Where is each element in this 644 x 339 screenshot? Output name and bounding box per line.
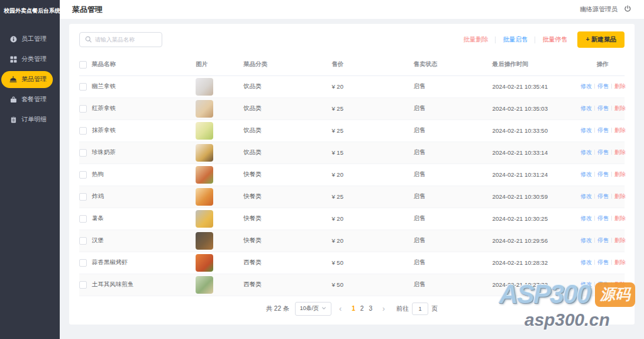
table-row: 珍珠奶茶 饮品类 ¥ 15 启售 2024-02-21 10:33:14 修改停… <box>79 142 625 164</box>
table-row: 汉堡 快餐类 ¥ 20 启售 2024-02-21 10:29:56 修改停售删… <box>79 230 625 252</box>
delete-link[interactable]: 删除 <box>614 149 626 155</box>
dish-image <box>196 254 213 272</box>
page-numbers: 123 <box>349 305 375 312</box>
delete-link[interactable]: 删除 <box>614 281 626 287</box>
divider <box>594 282 595 287</box>
user-menu[interactable]: 幽络源管理员 <box>580 5 618 14</box>
chevron-down-icon <box>321 306 326 312</box>
dish-name: 热狗 <box>92 164 196 186</box>
row-checkbox[interactable] <box>79 237 87 245</box>
delete-link[interactable]: 删除 <box>614 105 626 111</box>
new-dish-button[interactable]: + 新建菜品 <box>577 31 625 48</box>
dish-category: 快餐类 <box>243 186 331 208</box>
total-count: 共 22 条 <box>266 304 289 313</box>
edit-link[interactable]: 修改 <box>580 105 592 111</box>
stop-sale-link[interactable]: 停售 <box>597 215 609 221</box>
goto-page-input[interactable] <box>412 303 428 315</box>
table-row: 薯条 快餐类 ¥ 20 启售 2024-02-21 10:30:25 修改停售删… <box>79 208 625 230</box>
page-size-select[interactable]: 10条/页 <box>295 302 332 316</box>
sidebar-item-combo[interactable]: 套餐管理 <box>0 89 60 109</box>
prev-page-button[interactable]: ‹ <box>337 304 343 313</box>
dish-image <box>196 210 213 228</box>
sidebar-item-category[interactable]: 分类管理 <box>0 49 60 69</box>
dish-price: ¥ 20 <box>331 230 413 252</box>
logout-button[interactable] <box>624 4 631 15</box>
divider <box>611 128 612 133</box>
topbar: 菜品管理 幽络源管理员 <box>60 0 644 19</box>
dish-category: 西餐类 <box>243 252 331 274</box>
row-checkbox[interactable] <box>79 193 87 201</box>
divider <box>594 172 595 177</box>
page-number-2[interactable]: 2 <box>358 305 367 312</box>
row-checkbox[interactable] <box>79 259 87 267</box>
batch-delete-button[interactable]: 批量删除 <box>463 35 488 44</box>
stop-sale-link[interactable]: 停售 <box>597 171 609 177</box>
divider <box>594 194 595 199</box>
delete-link[interactable]: 删除 <box>614 83 626 89</box>
divider <box>611 172 612 177</box>
divider <box>594 150 595 155</box>
page-number-3[interactable]: 3 <box>366 305 375 312</box>
table-row: 炸鸡 快餐类 ¥ 25 启售 2024-02-21 10:30:59 修改停售删… <box>79 186 625 208</box>
delete-link[interactable]: 删除 <box>614 127 626 133</box>
sidebar-item-dish[interactable]: 菜品管理 <box>1 71 53 88</box>
dish-name: 幽兰拿铁 <box>92 75 196 97</box>
sidebar: 校园外卖点餐后台系统 员工管理分类管理菜品管理套餐管理订单明细 <box>0 0 60 339</box>
divider <box>611 260 612 265</box>
dish-last-modified: 2024-02-21 10:33:14 <box>492 142 580 164</box>
edit-link[interactable]: 修改 <box>580 193 592 199</box>
sidebar-item-order[interactable]: 订单明细 <box>0 109 60 130</box>
row-checkbox[interactable] <box>79 171 87 179</box>
edit-link[interactable]: 修改 <box>580 127 592 133</box>
edit-link[interactable]: 修改 <box>580 259 592 265</box>
batch-disable-button[interactable]: 批量停售 <box>542 35 567 44</box>
stop-sale-link[interactable]: 停售 <box>597 149 609 155</box>
column-actions: 操作 <box>580 54 625 75</box>
edit-link[interactable]: 修改 <box>580 237 592 243</box>
row-checkbox[interactable] <box>79 215 87 223</box>
delete-link[interactable]: 删除 <box>614 193 626 199</box>
delete-link[interactable]: 删除 <box>614 215 626 221</box>
edit-link[interactable]: 修改 <box>580 215 592 221</box>
table-row: 热狗 快餐类 ¥ 20 启售 2024-02-21 10:31:24 修改停售删… <box>79 164 625 186</box>
stop-sale-link[interactable]: 停售 <box>597 259 609 265</box>
edit-link[interactable]: 修改 <box>580 83 592 89</box>
stop-sale-link[interactable]: 停售 <box>597 127 609 133</box>
employee-icon <box>9 35 17 43</box>
dish-price: ¥ 50 <box>331 252 413 274</box>
stop-sale-link[interactable]: 停售 <box>597 83 609 89</box>
row-checkbox[interactable] <box>79 281 87 289</box>
edit-link[interactable]: 修改 <box>580 281 592 287</box>
batch-enable-button[interactable]: 批量启售 <box>502 35 528 44</box>
divider <box>594 106 595 111</box>
row-checkbox[interactable] <box>79 83 87 91</box>
divider <box>594 260 595 265</box>
dish-category: 饮品类 <box>243 119 331 142</box>
stop-sale-link[interactable]: 停售 <box>597 193 609 199</box>
page-number-1[interactable]: 1 <box>349 305 358 312</box>
delete-link[interactable]: 删除 <box>614 171 626 177</box>
stop-sale-link[interactable]: 停售 <box>597 281 609 287</box>
power-icon <box>624 4 631 15</box>
divider <box>611 216 612 221</box>
goto-page: 前往 页 <box>396 303 438 315</box>
table-row: 抹茶拿铁 饮品类 ¥ 25 启售 2024-02-21 10:33:50 修改停… <box>79 119 625 142</box>
delete-link[interactable]: 删除 <box>614 237 626 243</box>
column-category: 菜品分类 <box>243 54 331 75</box>
sidebar-item-employee[interactable]: 员工管理 <box>0 29 60 49</box>
table-header: 菜品名称 图片 菜品分类 售价 售卖状态 最后操作时间 操作 <box>79 54 625 75</box>
row-checkbox[interactable] <box>79 127 87 135</box>
next-page-button[interactable]: › <box>380 304 387 313</box>
delete-link[interactable]: 删除 <box>614 259 626 265</box>
row-checkbox[interactable] <box>79 149 87 157</box>
row-checkbox[interactable] <box>79 105 87 113</box>
column-price: 售价 <box>331 54 413 75</box>
divider <box>611 238 612 243</box>
edit-link[interactable]: 修改 <box>580 171 592 177</box>
select-all-checkbox[interactable] <box>79 61 87 69</box>
stop-sale-link[interactable]: 停售 <box>597 237 609 243</box>
search-input[interactable] <box>95 36 157 43</box>
edit-link[interactable]: 修改 <box>580 149 592 155</box>
sidebar-item-label: 分类管理 <box>21 55 47 64</box>
stop-sale-link[interactable]: 停售 <box>597 105 609 111</box>
